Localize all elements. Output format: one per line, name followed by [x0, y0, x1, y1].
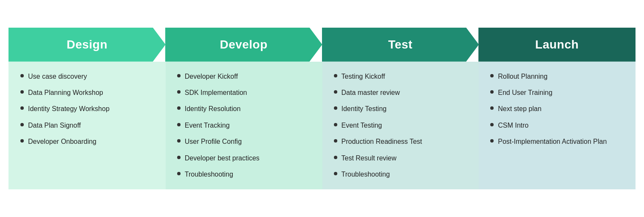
list-item: Developer Onboarding	[20, 137, 155, 146]
list-item-label: Identity Strategy Workshop	[28, 104, 110, 114]
list-item: Identity Resolution	[177, 104, 312, 114]
bullet-icon	[490, 90, 494, 94]
bullet-icon	[334, 74, 337, 77]
list-item-label: Test Result review	[342, 154, 397, 163]
list-item-label: Post-Implementation Activation Plan	[498, 137, 607, 146]
bullet-icon	[177, 139, 181, 143]
bullet-icon	[177, 172, 181, 175]
phase-title-test: Test	[388, 38, 413, 51]
phase-develop: DevelopDeveloper KickoffSDK Implementati…	[165, 28, 322, 190]
list-item-label: Troubleshooting	[185, 170, 233, 179]
list-item-label: Data master review	[342, 88, 400, 97]
list-item-label: Data Plan Signoff	[28, 121, 81, 130]
list-item: Developer Kickoff	[177, 72, 312, 81]
phase-title-develop: Develop	[220, 38, 267, 51]
list-item-label: Use case discovery	[28, 72, 87, 81]
list-item-label: User Profile Config	[185, 137, 242, 146]
list-item: Test Result review	[334, 154, 469, 163]
list-item: SDK Implementation	[177, 88, 312, 97]
bullet-icon	[177, 123, 181, 126]
list-item-label: Production Readiness Test	[342, 137, 422, 146]
list-item-label: CSM Intro	[498, 121, 528, 130]
bullet-icon	[20, 90, 24, 94]
list-item-label: End User Training	[498, 88, 552, 97]
bullet-icon	[20, 74, 24, 77]
bullet-icon	[177, 156, 181, 159]
bullet-icon	[334, 123, 337, 126]
list-item: Event Testing	[334, 121, 469, 130]
list-item-label: Identity Testing	[342, 104, 387, 114]
list-item: Identity Strategy Workshop	[20, 104, 155, 114]
list-item: Production Readiness Test	[334, 137, 469, 146]
bullet-icon	[334, 172, 337, 175]
list-item-label: Data Planning Workshop	[28, 88, 103, 97]
phase-test: TestTesting KickoffData master reviewIde…	[322, 28, 479, 190]
bullet-icon	[177, 106, 181, 110]
bullet-icon	[490, 123, 494, 126]
list-item-label: Testing Kickoff	[342, 72, 385, 81]
phase-content-design: Use case discoveryData Planning Workshop…	[8, 62, 166, 190]
phase-header-launch: Launch	[478, 28, 636, 62]
phase-content-develop: Developer KickoffSDK ImplementationIdent…	[165, 62, 322, 190]
bullet-icon	[20, 139, 24, 143]
bullet-icon	[334, 156, 337, 159]
bullet-icon	[490, 139, 494, 143]
list-item: User Profile Config	[177, 137, 312, 146]
list-item: Troubleshooting	[334, 170, 469, 179]
list-item: Developer best practices	[177, 154, 312, 163]
phase-design: DesignUse case discoveryData Planning Wo…	[8, 28, 166, 190]
phase-header-design: Design	[8, 28, 166, 62]
bullet-icon	[20, 123, 24, 126]
phase-list-test: Testing KickoffData master reviewIdentit…	[334, 72, 469, 180]
list-item: CSM Intro	[490, 121, 625, 130]
pipeline-container: DesignUse case discoveryData Planning Wo…	[8, 28, 636, 190]
bullet-icon	[334, 90, 337, 94]
list-item: Use case discovery	[20, 72, 155, 81]
list-item: Rollout Planning	[490, 72, 625, 81]
list-item-label: Identity Resolution	[185, 104, 241, 114]
list-item-label: Developer best practices	[185, 154, 260, 163]
list-item: Data Planning Workshop	[20, 88, 155, 97]
list-item: End User Training	[490, 88, 625, 97]
list-item-label: Troubleshooting	[342, 170, 390, 179]
list-item-label: SDK Implementation	[185, 88, 247, 97]
list-item-label: Rollout Planning	[498, 72, 548, 81]
list-item: Post-Implementation Activation Plan	[490, 137, 625, 146]
phase-launch: LaunchRollout PlanningEnd User TrainingN…	[478, 28, 636, 190]
bullet-icon	[334, 106, 337, 110]
bullet-icon	[177, 74, 181, 77]
bullet-icon	[177, 90, 181, 94]
phase-list-design: Use case discoveryData Planning Workshop…	[20, 72, 155, 147]
bullet-icon	[334, 139, 337, 143]
phase-title-launch: Launch	[535, 38, 579, 51]
phase-list-develop: Developer KickoffSDK ImplementationIdent…	[177, 72, 312, 180]
bullet-icon	[490, 74, 494, 77]
phase-title-design: Design	[67, 38, 107, 51]
list-item: Troubleshooting	[177, 170, 312, 179]
list-item-label: Event Testing	[342, 121, 382, 130]
list-item: Data Plan Signoff	[20, 121, 155, 130]
phase-content-test: Testing KickoffData master reviewIdentit…	[322, 62, 479, 190]
bullet-icon	[490, 106, 494, 110]
list-item: Event Tracking	[177, 121, 312, 130]
phase-content-launch: Rollout PlanningEnd User TrainingNext st…	[478, 62, 636, 190]
list-item-label: Developer Onboarding	[28, 137, 96, 146]
list-item-label: Next step plan	[498, 104, 541, 114]
list-item: Next step plan	[490, 104, 625, 114]
bullet-icon	[20, 106, 24, 110]
list-item: Data master review	[334, 88, 469, 97]
phase-header-develop: Develop	[165, 28, 322, 62]
list-item-label: Event Tracking	[185, 121, 230, 130]
list-item-label: Developer Kickoff	[185, 72, 238, 81]
list-item: Testing Kickoff	[334, 72, 469, 81]
list-item: Identity Testing	[334, 104, 469, 114]
phase-list-launch: Rollout PlanningEnd User TrainingNext st…	[490, 72, 625, 147]
phase-header-test: Test	[322, 28, 479, 62]
